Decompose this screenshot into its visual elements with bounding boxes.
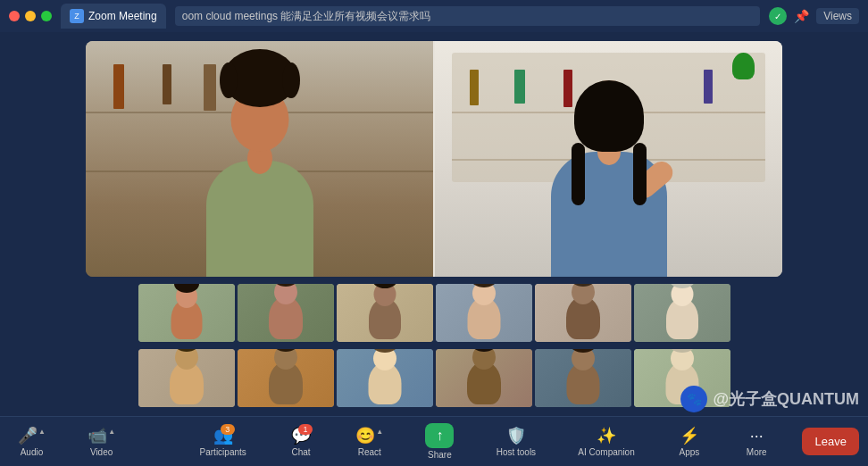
- thumbnail-4: [436, 284, 532, 342]
- main-content: [0, 32, 868, 416]
- pin-icon: 📌: [794, 9, 809, 23]
- more-icon: ···: [750, 427, 764, 445]
- leave-button[interactable]: Leave: [802, 428, 858, 455]
- more-label: More: [747, 447, 767, 457]
- zoom-icon: Z: [70, 9, 84, 23]
- share-icon: ↑: [425, 423, 454, 448]
- participants-label: Participants: [200, 447, 246, 457]
- tab-label: Zoom Meeting: [88, 10, 157, 22]
- toolbar: 🎤 ▲ Audio 📹 ▲ Video 👥 3 Participants 💬 1…: [0, 416, 868, 466]
- apps-icon: ⚡: [680, 426, 699, 445]
- thumbnail-6: [634, 284, 730, 342]
- thumbnail-9: [337, 349, 433, 407]
- participants-button[interactable]: 👥 3 Participants: [191, 422, 255, 461]
- apps-button[interactable]: ⚡ Apps: [668, 422, 711, 461]
- participant-right: [433, 41, 782, 277]
- thumbnail-5: [535, 284, 631, 342]
- watermark: 🐾 @光子盒QUANTUM: [680, 386, 859, 412]
- participants-badge: 3: [221, 424, 235, 435]
- video-label: Video: [90, 447, 113, 457]
- thumbnail-2: [238, 284, 334, 342]
- ai-companion-button[interactable]: ✨ AI Companion: [569, 422, 643, 461]
- share-button[interactable]: ↑ Share: [416, 420, 463, 463]
- chat-badge: 1: [298, 424, 313, 435]
- traffic-lights: [9, 11, 52, 21]
- close-button[interactable]: [9, 11, 20, 21]
- security-icon: ✓: [769, 7, 787, 25]
- thumbnail-11: [535, 349, 631, 407]
- titlebar: Z Zoom Meeting oom cloud meetings 能满足企业所…: [0, 0, 868, 32]
- participant-left: [86, 41, 433, 277]
- main-video-bg: [86, 41, 782, 277]
- chat-icon: 💬 1: [291, 426, 311, 445]
- participants-icon: 👥 3: [213, 426, 233, 445]
- maximize-button[interactable]: [41, 11, 52, 21]
- microphone-icon: 🎤: [18, 426, 38, 445]
- video-icon: 📹: [88, 426, 107, 445]
- thumbnail-row-1: [138, 284, 730, 342]
- thumbnail-1: [138, 284, 235, 342]
- react-button[interactable]: 😊 ▲ React: [346, 422, 392, 461]
- ai-companion-icon: ✨: [597, 426, 616, 445]
- react-arrow-icon: ▲: [376, 428, 383, 436]
- leave-label: Leave: [814, 435, 846, 448]
- browser-tab[interactable]: Z Zoom Meeting: [61, 4, 166, 29]
- video-button[interactable]: 📹 ▲ Video: [79, 422, 124, 461]
- video-arrow-icon: ▲: [108, 428, 115, 436]
- host-tools-button[interactable]: 🛡️ Host tools: [488, 422, 545, 461]
- watermark-logo: 🐾: [680, 386, 707, 412]
- ai-companion-label: AI Companion: [578, 447, 634, 457]
- apps-label: Apps: [680, 447, 700, 457]
- audio-label: Audio: [21, 447, 44, 457]
- watermark-text: @光子盒QUANTUM: [713, 388, 859, 410]
- thumbnail-3: [337, 284, 433, 342]
- main-video-area: [86, 41, 782, 277]
- thumbnail-8: [238, 349, 334, 407]
- more-button[interactable]: ··· More: [735, 423, 778, 461]
- react-icon: 😊: [355, 426, 375, 445]
- views-button[interactable]: Views: [816, 8, 859, 24]
- thumbnail-7: [138, 349, 235, 407]
- minimize-button[interactable]: [25, 11, 36, 21]
- audio-button[interactable]: 🎤 ▲ Audio: [9, 422, 54, 461]
- titlebar-right: ✓ 📌 Views: [769, 7, 859, 25]
- address-bar[interactable]: oom cloud meetings 能满足企业所有视频会议需求吗: [175, 6, 761, 26]
- thumbnail-10: [436, 349, 532, 407]
- thumbnail-row-2: [138, 349, 730, 407]
- audio-arrow-icon: ▲: [38, 428, 46, 436]
- react-label: React: [358, 447, 381, 457]
- host-tools-label: Host tools: [497, 447, 536, 457]
- share-label: Share: [428, 450, 452, 460]
- address-text: oom cloud meetings 能满足企业所有视频会议需求吗: [182, 9, 431, 24]
- host-tools-icon: 🛡️: [506, 426, 526, 445]
- chat-label: Chat: [291, 447, 310, 457]
- chat-button[interactable]: 💬 1 Chat: [280, 422, 322, 461]
